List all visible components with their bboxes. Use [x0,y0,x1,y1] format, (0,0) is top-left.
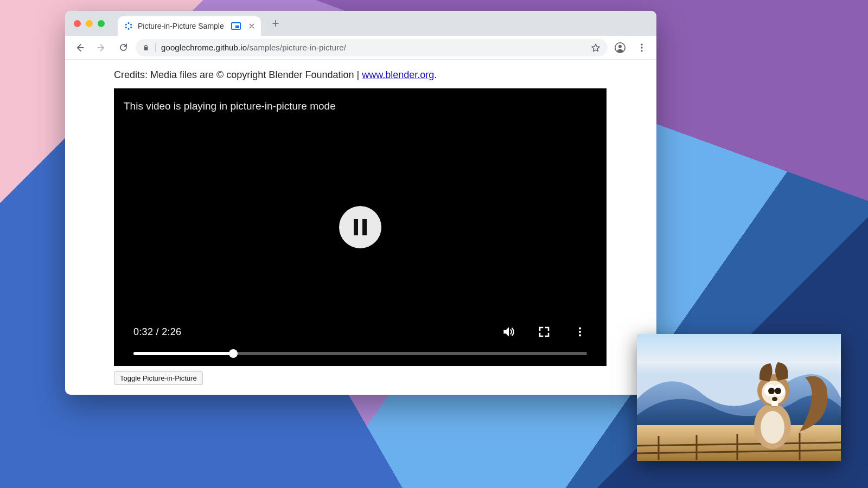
svg-point-1 [130,24,132,25]
nav-reload-button[interactable] [114,38,132,57]
tab-close-button[interactable] [248,22,256,30]
browser-window: Picture-in-Picture Sample googlechrom [65,11,656,395]
svg-point-13 [579,334,581,336]
url-path: /samples/picture-in-picture/ [247,43,346,52]
window-minimize-button[interactable] [86,20,93,27]
window-traffic-lights [71,11,108,36]
video-controls: 0:32 / 2:26 [114,325,607,366]
video-overlay-message: This video is playing in picture-in-pict… [124,100,336,112]
fullscreen-button[interactable] [537,325,551,339]
page-content: Credits: Media files are © copyright Ble… [65,60,656,395]
seek-thumb[interactable] [229,349,238,358]
pause-icon [354,219,367,235]
svg-point-10 [641,50,642,52]
svg-point-30 [772,397,777,401]
pip-video-frame [637,334,841,461]
new-tab-button[interactable] [267,15,284,31]
nav-back-button[interactable] [71,38,89,57]
pip-window[interactable] [637,334,841,461]
seek-fill [133,352,233,355]
svg-point-0 [127,22,129,24]
tab-title: Picture-in-Picture Sample [138,22,224,30]
svg-point-8 [641,43,642,45]
window-close-button[interactable] [74,20,81,27]
tab-favicon-icon [124,22,133,30]
url-host: googlechrome.github.io [161,43,247,52]
svg-point-12 [579,331,581,333]
video-player[interactable]: This video is playing in picture-in-pict… [114,88,607,366]
svg-point-28 [768,388,775,394]
bookmark-star-button[interactable] [590,42,601,53]
url-text: googlechrome.github.io/samples/picture-i… [161,43,346,52]
svg-point-11 [579,327,581,329]
credits-suffix: . [434,69,437,80]
toggle-pip-button[interactable]: Toggle Picture-in-Picture [114,371,203,385]
active-tab[interactable]: Picture-in-Picture Sample [118,16,261,36]
tab-strip: Picture-in-Picture Sample [65,11,656,36]
lock-icon [142,44,150,52]
video-time-display: 0:32 / 2:26 [133,326,181,338]
omnibox-separator [155,43,156,53]
video-pause-button[interactable] [339,206,381,248]
svg-rect-31 [771,401,778,406]
svg-point-23 [761,411,784,444]
svg-point-3 [127,28,129,30]
nav-forward-button[interactable] [92,38,111,57]
credits-prefix: Credits: Media files are © copyright Ble… [114,69,362,80]
credits-link[interactable]: www.blender.org [362,69,434,80]
svg-point-9 [641,47,642,48]
browser-menu-button[interactable] [633,38,651,57]
profile-avatar-button[interactable] [611,38,629,57]
window-zoom-button[interactable] [98,20,105,27]
toolbar: googlechrome.github.io/samples/picture-i… [65,36,656,60]
svg-point-29 [775,388,781,394]
address-bar[interactable]: googlechrome.github.io/samples/picture-i… [136,39,608,56]
video-seek-bar[interactable] [133,352,587,355]
credits-line: Credits: Media files are © copyright Ble… [114,69,608,81]
video-more-button[interactable] [573,325,587,339]
svg-point-7 [618,44,622,48]
svg-point-2 [130,27,132,28]
volume-button[interactable] [501,325,515,339]
svg-point-4 [125,27,127,28]
svg-point-5 [125,24,127,25]
pip-indicator-icon [231,22,241,30]
